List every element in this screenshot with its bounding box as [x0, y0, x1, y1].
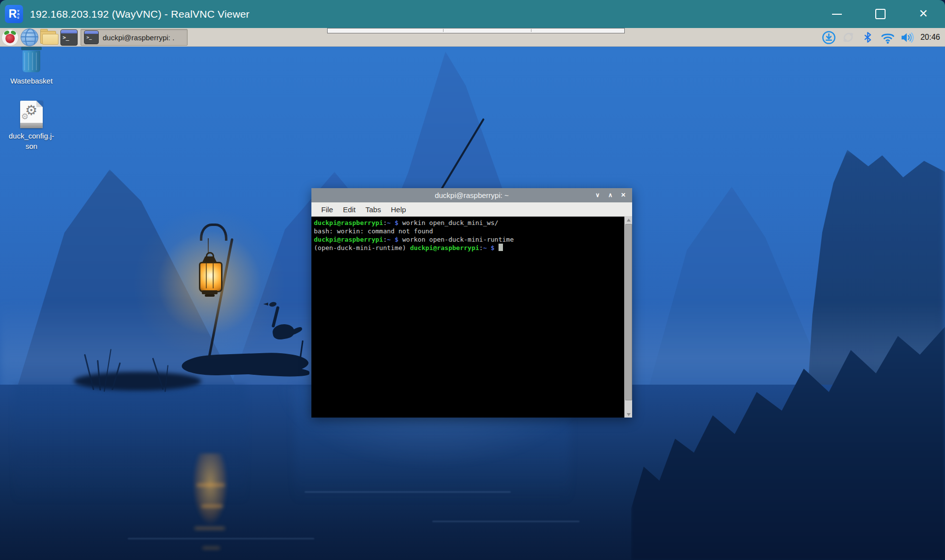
menu-help[interactable]: Help [387, 204, 411, 215]
menu-file[interactable]: File [317, 204, 337, 215]
close-icon: × [919, 6, 928, 20]
terminal-output[interactable]: duckpi@raspberrypi:~ $ workin open_duck_… [311, 217, 624, 418]
globe-icon [21, 28, 38, 46]
system-tray: 20:46 [821, 30, 945, 45]
wallpaper-lantern-reflection [188, 453, 233, 559]
terminal-icon: >_ [84, 30, 99, 44]
terminal-line: (open-duck-mini-runtime) duckpi@raspberr… [314, 244, 624, 252]
scrollbar-up-button[interactable] [625, 217, 632, 223]
wastebasket-icon [18, 46, 45, 73]
minimize-button[interactable] [815, 0, 859, 28]
terminal-title: duckpi@raspberrypi: ~ [311, 191, 632, 199]
terminal-window: duckpi@raspberrypi: ~ ∨ ∧ ✕ File Edit Ta… [311, 188, 632, 417]
task-button-label: duckpi@raspberrypi: . [103, 33, 174, 42]
close-button[interactable]: × [902, 0, 945, 28]
volume-icon[interactable] [900, 30, 915, 45]
desktop-icon-label: Wastebasket [4, 76, 59, 86]
connection-sync-icon[interactable] [841, 30, 856, 45]
terminal-titlebar[interactable]: duckpi@raspberrypi: ~ ∨ ∧ ✕ [311, 188, 632, 202]
wallpaper-lantern [195, 252, 225, 300]
bluetooth-icon[interactable] [861, 30, 876, 45]
terminal-body: duckpi@raspberrypi:~ $ workin open_duck_… [311, 217, 632, 418]
toolbar-divider [443, 29, 444, 32]
desktop-icon-label: duck_config.j- son [4, 131, 59, 151]
wifi-icon[interactable] [880, 30, 895, 45]
vnc-viewer-window: R v n c 192.168.203.192 (WayVNC) - RealV… [0, 0, 945, 560]
maximize-button[interactable] [859, 0, 902, 28]
terminal-maximize-button[interactable]: ∧ [608, 188, 612, 202]
minimize-icon [832, 14, 842, 15]
desktop-icon-wastebasket[interactable]: Wastebasket [4, 46, 59, 86]
logo-letter: R [9, 8, 17, 20]
maximize-icon [875, 9, 886, 19]
browser-button[interactable] [20, 29, 39, 46]
vnc-collapsed-toolbar[interactable] [327, 28, 625, 33]
terminal-icon: >_ [60, 29, 78, 46]
logo-vnc-letters: v n c [17, 9, 19, 19]
desktop-icon-duck-config[interactable]: ⚙ ⚙ duck_config.j- son [4, 101, 59, 151]
task-button-terminal[interactable]: >_ duckpi@raspberrypi: . [81, 29, 188, 46]
terminal-shade-button[interactable]: ∨ [595, 188, 600, 202]
terminal-line: duckpi@raspberrypi:~ $ workin open_duck_… [314, 219, 624, 227]
folder-icon [40, 30, 58, 45]
remote-desktop: >_ >_ duckpi@raspberrypi: . [0, 28, 945, 560]
json-file-icon: ⚙ ⚙ [20, 101, 43, 128]
software-updates-icon[interactable] [821, 30, 836, 45]
window-controls: × [815, 0, 945, 28]
scrollbar-down-button[interactable] [625, 411, 632, 418]
taskbar-clock[interactable]: 20:46 [920, 33, 940, 42]
raspberry-icon [1, 29, 19, 46]
terminal-line: duckpi@raspberrypi:~ $ workon open-duck-… [314, 235, 624, 244]
terminal-cursor [499, 244, 503, 251]
menu-tabs[interactable]: Tabs [361, 204, 386, 215]
terminal-scrollbar [624, 217, 632, 418]
terminal-close-button[interactable]: ✕ [621, 188, 626, 202]
window-title: 192.168.203.192 (WayVNC) - RealVNC Viewe… [30, 8, 250, 20]
scrollbar-thumb[interactable] [625, 224, 632, 400]
terminal-window-controls: ∨ ∧ ✕ [595, 188, 632, 202]
terminal-line: bash: workin: command not found [314, 227, 624, 235]
vnc-titlebar: R v n c 192.168.203.192 (WayVNC) - RealV… [0, 0, 945, 28]
menu-button-raspberry[interactable] [0, 29, 20, 46]
file-manager-button[interactable] [39, 29, 59, 46]
terminal-menubar: File Edit Tabs Help [311, 202, 632, 217]
toolbar-divider [531, 29, 531, 32]
terminal-launcher-button[interactable]: >_ [59, 29, 79, 46]
realvnc-logo-icon: R v n c [5, 5, 23, 23]
menu-edit[interactable]: Edit [338, 204, 360, 215]
